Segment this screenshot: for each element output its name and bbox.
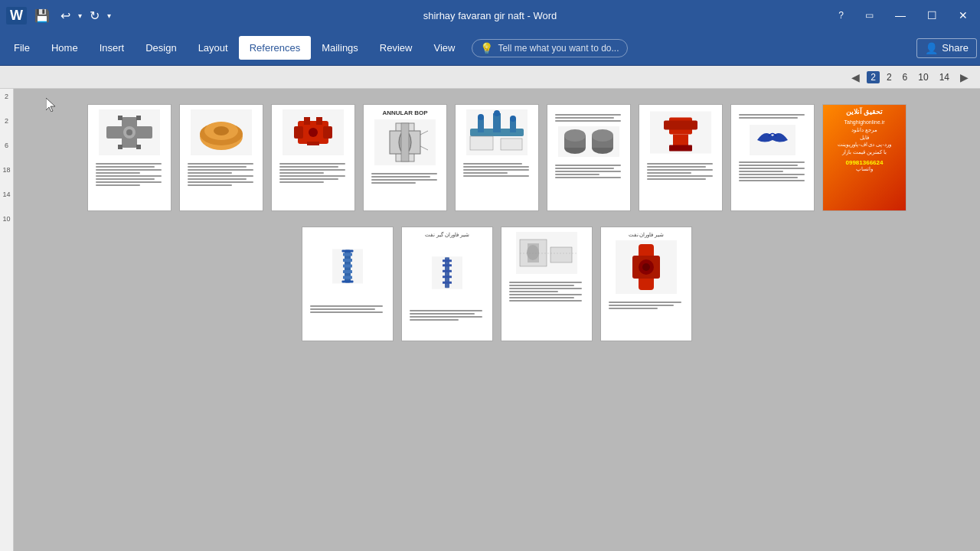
- tab-design[interactable]: Design: [135, 36, 187, 60]
- svg-rect-80: [643, 284, 649, 290]
- page-thumb-4[interactable]: ANNULAR BOP: [363, 104, 447, 211]
- svg-point-13: [214, 126, 229, 135]
- svg-rect-59: [342, 250, 354, 253]
- page-num-10[interactable]: 10: [914, 71, 932, 83]
- page-row-1: ANNULAR BOP: [87, 104, 906, 211]
- content-area: ANNULAR BOP: [14, 89, 980, 551]
- page-num-14[interactable]: 14: [936, 71, 953, 83]
- page10-image: [332, 232, 363, 301]
- page-navigation: ◀ 2 2 6 10 14 ▶: [848, 70, 972, 85]
- next-arrow[interactable]: ▶: [956, 70, 972, 85]
- undo-dropdown[interactable]: ▾: [78, 11, 82, 20]
- page-thumb-12[interactable]: [501, 227, 593, 341]
- tab-references[interactable]: References: [239, 36, 311, 60]
- share-button[interactable]: 👤 Share: [916, 38, 977, 58]
- tab-layout[interactable]: Layout: [188, 36, 239, 60]
- page6-text-bottom: [552, 163, 626, 180]
- svg-point-4: [126, 129, 132, 135]
- page-num-2b[interactable]: 2: [883, 71, 896, 83]
- tab-home[interactable]: Home: [41, 36, 89, 60]
- page7-lines: [644, 161, 717, 181]
- lightbulb-icon: 💡: [480, 42, 493, 54]
- ruler-mark-14: 14: [2, 191, 10, 198]
- page2-image: [191, 109, 252, 155]
- svg-rect-64: [443, 264, 452, 266]
- page-thumb-8[interactable]: [730, 104, 815, 211]
- word-icon: W: [6, 7, 27, 24]
- tab-file[interactable]: File: [3, 36, 41, 60]
- page-thumb-5[interactable]: [455, 104, 539, 211]
- page4-lines: [368, 171, 442, 185]
- page13-header: شیر فاوران نفت: [629, 232, 665, 238]
- page11-header: شیر فاوران گیر نفت: [425, 232, 469, 238]
- svg-rect-5: [118, 116, 122, 120]
- page-thumb-9[interactable]: تحقیق آنلاین Tahghighonline.ir مرجع دانل…: [822, 104, 906, 211]
- page-thumb-7[interactable]: [639, 104, 723, 211]
- svg-rect-63: [443, 259, 452, 262]
- ruler-mark-2a: 2: [5, 93, 8, 100]
- svg-rect-17: [316, 117, 322, 125]
- minimize-button[interactable]: —: [889, 6, 912, 24]
- page-num-6[interactable]: 6: [899, 71, 912, 83]
- tab-insert[interactable]: Insert: [89, 36, 136, 60]
- window-controls: ? ▭ — ☐ ✕: [832, 6, 974, 24]
- tell-me-bar[interactable]: 💡 Tell me what you want to do...: [472, 39, 627, 57]
- maximize-button[interactable]: ☐: [921, 6, 943, 24]
- page11-image: [432, 240, 462, 305]
- page12-lines: [506, 280, 587, 303]
- svg-point-34: [478, 114, 484, 120]
- svg-rect-54: [343, 253, 352, 256]
- undo-icon[interactable]: ↩: [57, 7, 74, 24]
- toolbar-dropdown[interactable]: ▾: [107, 11, 111, 20]
- close-button[interactable]: ✕: [952, 6, 974, 24]
- page-thumb-6[interactable]: [547, 104, 631, 211]
- tab-mailings[interactable]: Mailings: [311, 36, 369, 60]
- title-bar: W 💾 ↩ ▾ ↻ ▾ shirhay favaran gir naft - W…: [0, 0, 980, 31]
- tab-view[interactable]: View: [423, 36, 466, 60]
- page12-image: [516, 232, 577, 274]
- svg-rect-66: [443, 276, 452, 278]
- page6-text-top: [552, 112, 626, 123]
- page13-lines: [606, 300, 687, 311]
- person-icon: 👤: [925, 42, 938, 54]
- svg-point-71: [527, 245, 539, 260]
- ribbon: File Home Insert Design Layout Reference…: [0, 31, 980, 66]
- svg-rect-7: [118, 145, 122, 149]
- svg-point-42: [564, 129, 586, 142]
- document-title: shirhay favaran gir naft - Word: [423, 10, 557, 21]
- page6-image: [558, 126, 619, 157]
- redo-icon[interactable]: ↻: [87, 7, 103, 24]
- page-thumb-11[interactable]: شیر فاوران گیر نفت: [401, 227, 493, 341]
- svg-rect-6: [136, 116, 141, 120]
- tab-review[interactable]: Review: [369, 36, 423, 60]
- page8-logo: [750, 125, 795, 155]
- page-thumb-1[interactable]: [87, 104, 172, 211]
- page-thumb-2[interactable]: [179, 104, 263, 211]
- help-button[interactable]: ?: [832, 7, 850, 24]
- svg-point-35: [494, 110, 500, 116]
- share-label: Share: [942, 42, 969, 54]
- page-num-2a[interactable]: 2: [867, 71, 880, 83]
- svg-rect-67: [443, 282, 452, 284]
- ruler-mark-18: 18: [2, 166, 10, 174]
- page1-image: [99, 109, 160, 155]
- svg-rect-60: [342, 281, 354, 283]
- ribbon-display-button[interactable]: ▭: [859, 7, 880, 24]
- title-bar-left: W 💾 ↩ ▾ ↻ ▾: [6, 7, 111, 24]
- page-thumb-10[interactable]: [302, 227, 394, 341]
- save-icon[interactable]: 💾: [31, 7, 53, 24]
- svg-point-78: [642, 263, 650, 271]
- page1-lines: [93, 161, 166, 187]
- svg-point-20: [309, 128, 318, 137]
- svg-rect-58: [343, 276, 352, 279]
- page2-lines: [185, 161, 258, 187]
- svg-rect-50: [669, 145, 692, 152]
- prev-arrow[interactable]: ◀: [848, 70, 864, 85]
- page-thumb-13[interactable]: شیر فاوران نفت: [600, 227, 692, 341]
- tell-me-text: Tell me what you want to do...: [498, 43, 619, 54]
- svg-rect-26: [401, 123, 409, 161]
- page13-image: [616, 240, 677, 294]
- page-thumb-3[interactable]: [271, 104, 355, 211]
- svg-rect-56: [343, 265, 352, 268]
- left-ruler: 2 2 6 18 14 10: [0, 89, 14, 551]
